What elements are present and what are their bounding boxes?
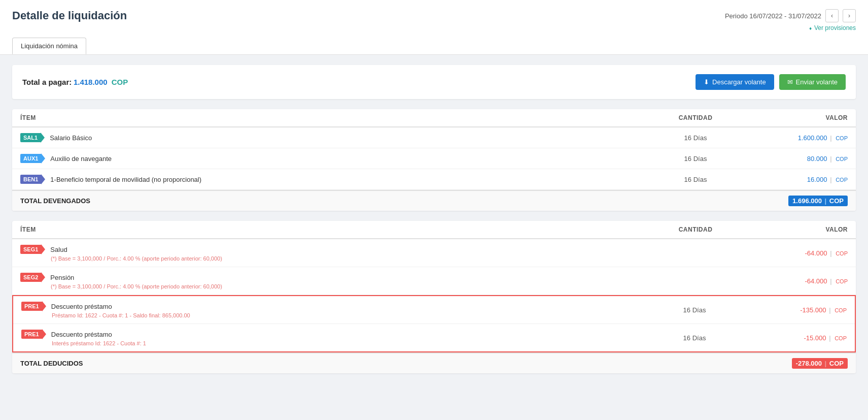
col-valor: -15.000 | COP (745, 334, 847, 342)
item-top: SEG1 Salud (20, 244, 645, 254)
item-top: AUX1 Auxilio de navegante (20, 153, 645, 164)
item-name: Salario Básico (50, 134, 92, 142)
total-val-negative: -278.000 | COP (792, 358, 848, 369)
item-top: PRE1 Descuento préstamo (21, 301, 644, 311)
item-sub: (*) Base = 3,100,000 / Porc.: 4.00 % (ap… (51, 255, 645, 262)
total-deducidos-label: TOTAL DEDUCIDOS (20, 360, 746, 367)
total-a-pagar: Total a pagar: 1.418.000 COP (22, 78, 128, 86)
col-valor-header: VALOR (746, 114, 848, 121)
badge-pre1-a: PRE1 (21, 301, 46, 311)
item-name: Descuento préstamo (51, 303, 112, 310)
total-devengados-value: 1.696.000 | COP (746, 197, 848, 205)
col-cantidad: 16 Días (645, 176, 746, 183)
download-button[interactable]: ⬇ Descargar volante (696, 74, 774, 90)
col-cantidad: 16 Días (645, 134, 746, 142)
badge-seg1: SEG1 (20, 244, 45, 254)
total-deducidos-value: -278.000 | COP (746, 360, 848, 367)
item-cell: PRE1 Descuento préstamo Préstamo Id: 162… (21, 301, 644, 318)
item-name: Salud (50, 246, 67, 253)
col-cantidad: 16 Días (644, 334, 745, 342)
badge-pre1-b: PRE1 (21, 329, 46, 339)
item-cell: BEN1 1-Beneficio temporal de movilidad (… (20, 174, 645, 184)
col-valor: -64.000 | COP (746, 277, 848, 285)
item-cell: PRE1 Descuento préstamo Interés préstamo… (21, 329, 644, 346)
deducidos-table: ÍTEM CANTIDAD VALOR SEG1 Salud (*) Base … (12, 221, 856, 373)
col-valor: -64.000 | COP (746, 249, 848, 257)
col-valor: 80.000 | COP (746, 155, 848, 163)
highlight-box: PRE1 Descuento préstamo Préstamo Id: 162… (12, 295, 856, 352)
col-item-header-ded: ÍTEM (20, 226, 645, 233)
deducidos-header: ÍTEM CANTIDAD VALOR (12, 221, 856, 239)
item-top: BEN1 1-Beneficio temporal de movilidad (… (20, 174, 645, 184)
item-top: SEG2 Pensión (20, 272, 645, 282)
table-row: AUX1 Auxilio de navegante 16 Días 80.000… (12, 148, 856, 169)
provision-icon: ⬧ (809, 24, 812, 31)
summary-card: Total a pagar: 1.418.000 COP ⬇ Descargar… (12, 65, 856, 99)
period-section: Periodo 16/07/2022 - 31/07/2022 ‹ › ⬧ Ve… (725, 9, 856, 31)
header-bar: Detalle de liquidación Periodo 16/07/202… (0, 0, 868, 55)
nav-next-button[interactable]: › (843, 9, 856, 22)
col-valor: -135.000 | COP (745, 306, 847, 314)
action-buttons: ⬇ Descargar volante ✉ Enviar volante (696, 74, 846, 90)
item-sub: Interés préstamo Id: 1622 - Cuota #: 1 (52, 340, 644, 346)
table-row: PRE1 Descuento préstamo Interés préstamo… (13, 324, 855, 351)
total-label: Total a pagar: (22, 78, 72, 86)
tab-liquidacion-nomina[interactable]: Liquidación nómina (12, 38, 86, 54)
table-row: BEN1 1-Beneficio temporal de movilidad (… (12, 169, 856, 190)
table-row: SAL1 Salario Básico 16 Días 1.600.000 | … (12, 127, 856, 148)
tabs-bar: Liquidación nómina (12, 38, 856, 54)
page-container: Detalle de liquidación Periodo 16/07/202… (0, 0, 868, 420)
item-name: 1-Beneficio temporal de movilidad (no pr… (50, 176, 201, 183)
col-cantidad: 16 Días (645, 155, 746, 163)
item-name: Pensión (50, 274, 74, 281)
total-devengados-row: TOTAL DEVENGADOS 1.696.000 | COP (12, 190, 856, 211)
item-cell: SEG1 Salud (*) Base = 3,100,000 / Porc.:… (20, 244, 645, 262)
col-valor: 1.600.000 | COP (746, 134, 848, 142)
period-text: Periodo 16/07/2022 - 31/07/2022 (725, 12, 821, 20)
content-area: Total a pagar: 1.418.000 COP ⬇ Descargar… (0, 55, 868, 394)
item-cell: AUX1 Auxilio de navegante (20, 153, 645, 164)
col-valor-header-ded: VALOR (746, 226, 848, 233)
page-title: Detalle de liquidación (12, 9, 127, 22)
item-top: SAL1 Salario Básico (20, 133, 645, 143)
col-cantidad-header: CANTIDAD (645, 114, 746, 121)
total-amount: 1.418.000 COP (74, 78, 128, 86)
total-val-positive: 1.696.000 | COP (788, 196, 848, 206)
send-icon: ✉ (787, 78, 793, 86)
total-devengados-label: TOTAL DEVENGADOS (20, 197, 746, 205)
devengados-table: ÍTEM CANTIDAD VALOR SAL1 Salario Básico … (12, 109, 856, 211)
badge-aux1: AUX1 (20, 153, 45, 164)
col-cantidad-header-ded: CANTIDAD (645, 226, 746, 233)
item-cell: SAL1 Salario Básico (20, 133, 645, 143)
download-icon: ⬇ (704, 78, 709, 86)
table-row: PRE1 Descuento préstamo Préstamo Id: 162… (13, 296, 855, 324)
header-top: Detalle de liquidación Periodo 16/07/202… (12, 9, 856, 31)
provision-link[interactable]: ⬧ Ver provisiones (809, 24, 856, 31)
devengados-header: ÍTEM CANTIDAD VALOR (12, 109, 856, 127)
table-row: SEG1 Salud (*) Base = 3,100,000 / Porc.:… (12, 239, 856, 267)
item-sub: Préstamo Id: 1622 - Cuota #: 1 - Saldo f… (52, 312, 644, 318)
total-deducidos-row: TOTAL DEDUCIDOS -278.000 | COP (12, 352, 856, 373)
period-row: Periodo 16/07/2022 - 31/07/2022 ‹ › (725, 9, 856, 22)
item-name: Auxilio de navegante (50, 155, 112, 163)
nav-prev-button[interactable]: ‹ (825, 9, 839, 22)
item-top: PRE1 Descuento préstamo (21, 329, 644, 339)
item-sub: (*) Base = 3,100,000 / Porc.: 4.00 % (ap… (51, 283, 645, 289)
item-cell: SEG2 Pensión (*) Base = 3,100,000 / Porc… (20, 272, 645, 289)
col-cantidad: 16 Días (644, 306, 745, 314)
badge-sal1: SAL1 (20, 133, 45, 143)
item-name: Descuento préstamo (51, 331, 112, 338)
col-item-header: ÍTEM (20, 114, 645, 121)
badge-seg2: SEG2 (20, 272, 45, 282)
badge-ben1: BEN1 (20, 174, 45, 184)
col-valor: 16.000 | COP (746, 176, 848, 183)
send-button[interactable]: ✉ Enviar volante (779, 74, 846, 90)
table-row: SEG2 Pensión (*) Base = 3,100,000 / Porc… (12, 267, 856, 295)
